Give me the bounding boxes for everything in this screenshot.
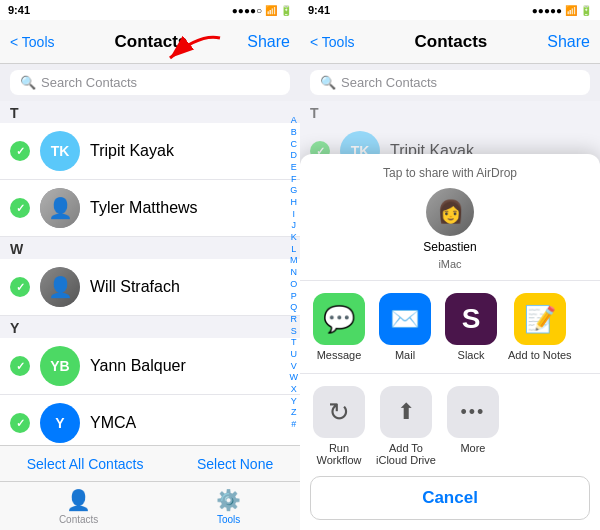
action-icloud[interactable]: ⬆ Add ToiCloud Drive [376,386,436,466]
contact-yann[interactable]: YB Yann Balquer [0,338,300,395]
airdrop-device-type: iMac [438,258,461,270]
check-ymca [10,413,30,433]
more-label: More [460,442,485,454]
tab-contacts[interactable]: 👤 Contacts [59,488,98,525]
airdrop-avatar-inner: 👩 [426,188,474,236]
mail-label: Mail [395,349,415,361]
message-label: Message [317,349,362,361]
section-header-t: T [0,101,300,123]
mail-icon: ✉️ [379,293,431,345]
slack-icon: S [445,293,497,345]
more-icon: ••• [447,386,499,438]
search-placeholder: Search Contacts [41,75,137,90]
contacts-tab-label: Contacts [59,514,98,525]
message-icon: 💬 [313,293,365,345]
airdrop-section: Tap to share with AirDrop 👩 Sebastien iM… [300,154,600,281]
name-tyler: Tyler Matthews [90,199,290,217]
left-wifi-icon: 📶 [265,5,277,16]
cancel-label: Cancel [422,488,478,508]
check-tyler [10,198,30,218]
workflow-icon: ↻ [313,386,365,438]
left-search-bar: 🔍 Search Contacts [0,64,300,101]
avatar-tyler: 👤 [40,188,80,228]
notes-icon: 📝 [514,293,566,345]
name-yann: Yann Balquer [90,357,290,375]
left-battery-icon: 🔋 [280,5,292,16]
icloud-icon: ⬆ [380,386,432,438]
left-back-button[interactable]: < Tools [10,34,55,50]
notes-label: Add to Notes [508,349,572,361]
name-ymca: YMCA [90,414,290,432]
will-face: 👤 [40,267,80,307]
action-workflow[interactable]: ↻ RunWorkflow [310,386,368,466]
left-bottom-actions: Select All Contacts Select None [0,445,300,481]
left-contacts-list[interactable]: T TK Tripit Kayak 👤 Tyler Matthews W 👤 W… [0,101,300,445]
share-app-mail[interactable]: ✉️ Mail [376,293,434,361]
airdrop-device[interactable]: 👩 Sebastien iMac [316,188,584,270]
share-app-slack[interactable]: S Slack [442,293,500,361]
check-yann [10,356,30,376]
avatar-ymca: Y [40,403,80,443]
share-sheet: Tap to share with AirDrop 👩 Sebastien iM… [300,154,600,530]
left-phone: 9:41 ●●●●○ 📶 🔋 < Tools Contacts Share 🔍 … [0,0,300,530]
icloud-label: Add ToiCloud Drive [376,442,436,466]
tab-tools[interactable]: ⚙️ Tools [216,488,241,525]
section-header-w: W [0,237,300,259]
contact-will[interactable]: 👤 Will Strafach [0,259,300,316]
action-more[interactable]: ••• More [444,386,502,466]
avatar-will: 👤 [40,267,80,307]
avatar-tripit: TK [40,131,80,171]
check-will [10,277,30,297]
share-actions-row: ↻ RunWorkflow ⬆ Add ToiCloud Drive ••• M… [300,374,600,476]
contact-tyler[interactable]: 👤 Tyler Matthews [0,180,300,237]
left-signal: ●●●●○ [232,5,262,16]
share-app-notes[interactable]: 📝 Add to Notes [508,293,572,361]
airdrop-avatar: 👩 [426,188,474,236]
share-sheet-overlay: Tap to share with AirDrop 👩 Sebastien iM… [300,0,600,530]
tools-tab-label: Tools [217,514,240,525]
search-icon: 🔍 [20,75,36,90]
alphabet-index[interactable]: A B C D E F G H I J K L M N O P Q R S T … [290,101,299,445]
left-tab-bar: 👤 Contacts ⚙️ Tools [0,481,300,530]
check-tripit [10,141,30,161]
left-time: 9:41 [8,4,30,16]
share-apps-row: 💬 Message ✉️ Mail S Slack 📝 Add to Notes [300,281,600,374]
cancel-button[interactable]: Cancel [310,476,590,520]
name-tripit: Tripit Kayak [90,142,290,160]
tools-tab-icon: ⚙️ [216,488,241,512]
left-status-bar: 9:41 ●●●●○ 📶 🔋 [0,0,300,20]
contact-ymca[interactable]: Y YMCA [0,395,300,445]
share-app-message[interactable]: 💬 Message [310,293,368,361]
right-phone: 9:41 ●●●●● 📶 🔋 < Tools Contacts Share 🔍 … [300,0,600,530]
name-will: Will Strafach [90,278,290,296]
section-header-y: Y [0,316,300,338]
tyler-face: 👤 [40,188,80,228]
select-none-button[interactable]: Select None [197,456,273,472]
left-nav-title: Contacts [115,32,188,52]
left-status-icons: ●●●●○ 📶 🔋 [232,5,292,16]
left-share-button[interactable]: Share [247,33,290,51]
avatar-yann: YB [40,346,80,386]
workflow-label: RunWorkflow [316,442,361,466]
left-search-input[interactable]: 🔍 Search Contacts [10,70,290,95]
select-all-button[interactable]: Select All Contacts [27,456,144,472]
airdrop-device-name: Sebastien [423,240,476,254]
contact-tripit[interactable]: TK Tripit Kayak [0,123,300,180]
contacts-tab-icon: 👤 [66,488,91,512]
airdrop-label: Tap to share with AirDrop [383,166,517,180]
slack-label: Slack [458,349,485,361]
left-nav-bar: < Tools Contacts Share [0,20,300,64]
